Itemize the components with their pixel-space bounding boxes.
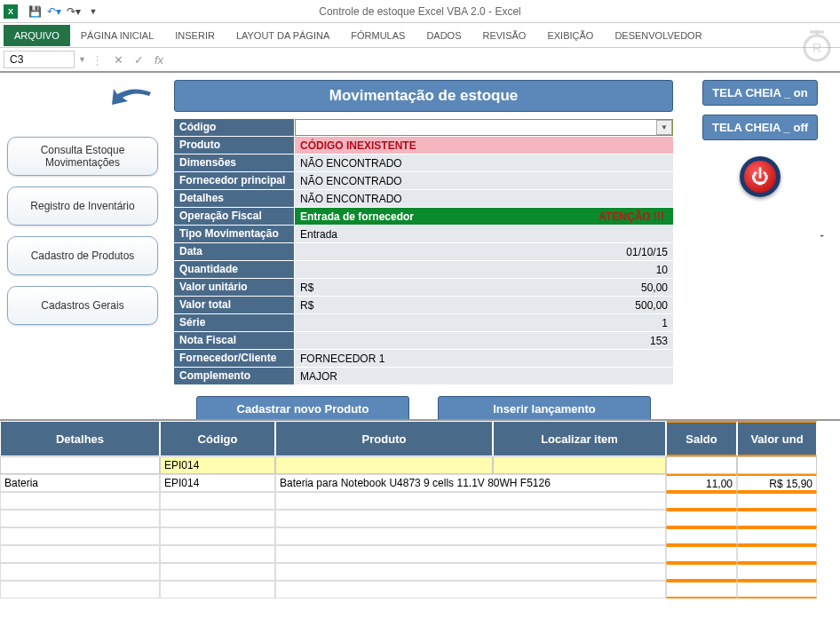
power-icon[interactable]: ⏻ (740, 156, 781, 197)
tela-cheia-on-button[interactable]: TELA CHEIA _ on (702, 80, 818, 106)
header-valor-und: Valor und (737, 421, 817, 456)
label-forn-cliente: Fornecedor/Cliente (174, 350, 295, 367)
label-serie: Série (174, 314, 295, 331)
data-grid: Detalhes Código Produto Localizar item S… (0, 419, 840, 618)
value-op-fiscal: Entrada de fornecedorATENÇÃO !!! (295, 208, 673, 225)
qat-customize-icon[interactable]: ▼ (83, 3, 103, 20)
header-codigo: Código (160, 421, 275, 456)
right-panel: TELA CHEIA _ on TELA CHEIA _ off ⏻ (689, 80, 831, 204)
filter-valor[interactable] (737, 456, 817, 474)
form-title: Movimentação de estoque (174, 80, 673, 112)
value-valor-unitario[interactable]: R$50,00 (295, 279, 673, 296)
name-box[interactable] (4, 51, 75, 68)
value-produto: CÓDIGO INEXISTENTE (295, 137, 673, 154)
filter-codigo[interactable]: EPI014 (160, 456, 275, 474)
cell-saldo: 11,00 (666, 474, 737, 492)
label-codigo: Código (174, 119, 295, 136)
label-produto: Produto (174, 137, 295, 154)
inserir-lancamento-button[interactable]: Inserir lançamento (438, 396, 651, 422)
value-complemento[interactable]: MAJOR (295, 368, 673, 384)
label-op-fiscal: Operação Fiscal (174, 208, 295, 225)
cell-valor: R$ 15,90 (737, 474, 817, 492)
label-valor-unitario: Valor unitário (174, 279, 295, 296)
input-codigo[interactable]: ▼ (295, 119, 673, 136)
label-nota-fiscal: Nota Fiscal (174, 332, 295, 349)
undo-icon[interactable]: ↶▾ (44, 3, 64, 20)
save-icon[interactable]: 💾 (25, 3, 44, 20)
label-quantidade: Quantidade (174, 261, 295, 278)
tab-pagina-inicial[interactable]: PÁGINA INICIAL (70, 25, 165, 46)
value-nota-fiscal[interactable]: 153 (295, 332, 673, 349)
warning-text: ATENÇÃO !!! (595, 210, 668, 223)
fx-icon[interactable]: fx (149, 53, 169, 67)
sidebar: Consulta Estoque Movimentações Registro … (7, 83, 167, 336)
cell-produto: Bateria para Notebook U4873 9 cells 11.1… (275, 474, 666, 492)
tab-desenvolvedor[interactable]: DESENVOLVEDOR (604, 25, 712, 46)
tab-formulas[interactable]: FÓRMULAS (340, 25, 416, 46)
svg-text:R: R (812, 41, 821, 55)
tab-revisao[interactable]: REVISÃO (472, 25, 537, 46)
sidebar-registro-inventario[interactable]: Registro de Inventário (7, 186, 158, 226)
enter-icon[interactable]: ✓ (129, 53, 149, 67)
cadastrar-produto-button[interactable]: Cadastrar novo Produto (196, 396, 409, 422)
cancel-icon[interactable]: ✕ (108, 53, 129, 67)
label-dimensoes: Dimensões (174, 154, 295, 171)
label-tipo-mov: Tipo Movimentação (174, 226, 295, 242)
sidebar-cadastros-gerais[interactable]: Cadastros Gerais (7, 286, 158, 325)
header-detalhes: Detalhes (0, 421, 160, 456)
value-forn-principal: NÃO ENCONTRADO (295, 172, 673, 189)
filter-saldo[interactable] (666, 456, 737, 474)
header-saldo: Saldo (666, 421, 737, 456)
value-dimensoes: NÃO ENCONTRADO (295, 154, 673, 171)
value-valor-total: R$500,00 (295, 297, 673, 313)
excel-icon: X (4, 4, 18, 19)
value-detalhes: NÃO ENCONTRADO (295, 190, 673, 207)
redo-icon[interactable]: ↷▾ (64, 3, 83, 20)
ribbon-tabs: ARQUIVO PÁGINA INICIAL INSERIR LAYOUT DA… (0, 23, 840, 48)
value-serie[interactable]: 1 (295, 314, 673, 331)
filter-produto[interactable] (275, 456, 493, 474)
sidebar-cadastro-produtos[interactable]: Cadastro de Produtos (7, 236, 158, 275)
dash-cell: - (820, 228, 824, 242)
value-tipo-mov: Entrada (295, 226, 673, 242)
header-localizar: Localizar item (493, 421, 666, 456)
window-title: Controle de estoque Excel VBA 2.0 - Exce… (319, 5, 520, 18)
sidebar-consulta-estoque[interactable]: Consulta Estoque Movimentações (7, 137, 158, 176)
tab-arquivo[interactable]: ARQUIVO (4, 25, 70, 46)
watermark-icon: R (799, 27, 835, 62)
cell-detalhes: Bateria (0, 474, 160, 492)
value-data[interactable]: 01/10/15 (295, 243, 673, 260)
table-row[interactable]: Bateria EPI014 Bateria para Notebook U48… (0, 474, 840, 492)
label-detalhes: Detalhes (174, 190, 295, 207)
tab-layout[interactable]: LAYOUT DA PÁGINA (226, 25, 340, 46)
label-data: Data (174, 243, 295, 260)
label-complemento: Complemento (174, 368, 295, 384)
cell-codigo: EPI014 (160, 474, 275, 492)
tela-cheia-off-button[interactable]: TELA CHEIA _ off (702, 115, 818, 140)
tab-inserir[interactable]: INSERIR (164, 25, 226, 46)
filter-localizar[interactable] (493, 456, 666, 474)
codigo-dropdown-icon[interactable]: ▼ (656, 120, 672, 135)
tab-dados[interactable]: DADOS (416, 25, 472, 46)
value-quantidade[interactable]: 10 (295, 261, 673, 278)
filter-detalhes[interactable] (0, 456, 160, 474)
formula-bar: ▼ ⋮ ✕ ✓ fx (0, 48, 840, 73)
header-produto: Produto (275, 421, 493, 456)
quick-access-toolbar: X 💾 ↶▾ ↷▾ ▼ Controle de estoque Excel VB… (0, 0, 840, 23)
label-forn-principal: Fornecedor principal (174, 172, 295, 189)
tab-exibicao[interactable]: EXIBIÇÃO (536, 25, 604, 46)
main-form: Movimentação de estoque Código▼ ProdutoC… (174, 80, 673, 422)
value-forn-cliente[interactable]: FORNECEDOR 1 (295, 350, 673, 367)
label-valor-total: Valor total (174, 297, 295, 313)
